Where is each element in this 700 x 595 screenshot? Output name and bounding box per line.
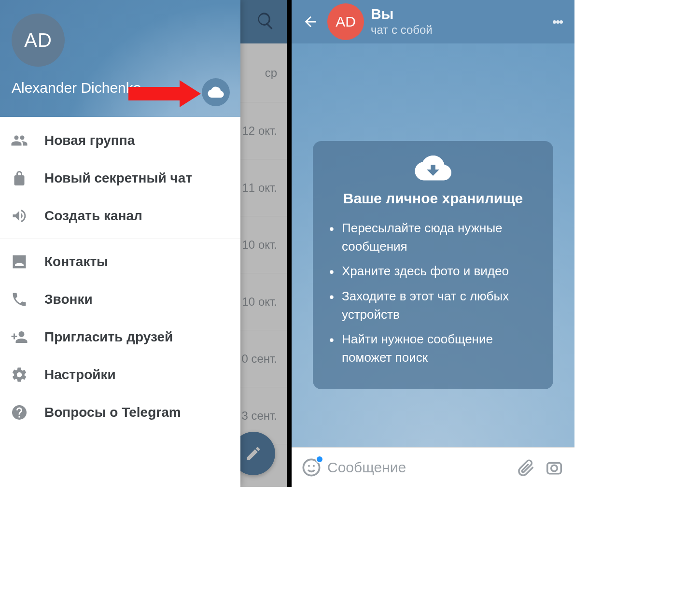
saved-messages-card: Ваше личное хранилище Пересылайте сюда н… bbox=[313, 141, 553, 389]
more-button[interactable] bbox=[546, 10, 570, 34]
whitespace bbox=[0, 487, 700, 595]
message-input[interactable] bbox=[327, 459, 511, 476]
composer bbox=[292, 447, 574, 487]
card-item: Заходите в этот чат с любых устройств bbox=[328, 287, 538, 324]
left-panel: ср of…12 окт. Te…11 окт. , I'…10 окт. 10… bbox=[0, 0, 287, 487]
menu-new-channel[interactable]: Создать канал bbox=[0, 197, 240, 235]
chat-body[interactable]: Ваше личное хранилище Пересылайте сюда н… bbox=[292, 43, 574, 447]
contact-icon bbox=[11, 253, 44, 270]
cloud-download-icon bbox=[328, 156, 538, 184]
svg-point-4 bbox=[551, 465, 558, 471]
megaphone-icon bbox=[11, 207, 44, 225]
menu-label: Звонки bbox=[44, 292, 93, 307]
card-item: Пересылайте сюда нужные сообщения bbox=[328, 219, 538, 255]
lock-icon bbox=[11, 170, 44, 187]
menu-new-group[interactable]: Новая группа bbox=[0, 122, 240, 159]
saved-messages-cloud-button[interactable] bbox=[202, 78, 230, 106]
menu-calls[interactable]: Звонки bbox=[0, 281, 240, 318]
back-button[interactable] bbox=[296, 8, 324, 36]
camera-button[interactable] bbox=[542, 455, 567, 480]
drawer-overlay[interactable] bbox=[240, 0, 287, 487]
help-icon bbox=[11, 404, 44, 421]
drawer-header: AD Alexander Dichenko bbox=[0, 0, 240, 117]
menu-faq[interactable]: Вопросы о Telegram bbox=[0, 394, 240, 431]
card-item: Найти нужное сообщение поможет поиск bbox=[328, 330, 538, 367]
card-item: Храните здесь фото и видео bbox=[328, 262, 538, 281]
annotation-arrow bbox=[128, 81, 205, 106]
card-title: Ваше личное хранилище bbox=[328, 190, 538, 207]
phone-icon bbox=[11, 291, 44, 308]
right-panel: AD Вы чат с собой Ваше личное хранилище … bbox=[292, 0, 574, 487]
drawer: AD Alexander Dichenko Новая группа Новый… bbox=[0, 0, 240, 487]
drawer-avatar[interactable]: AD bbox=[12, 14, 65, 67]
person-add-icon bbox=[11, 328, 44, 346]
chat-subtitle: чат с собой bbox=[371, 23, 433, 37]
menu-label: Настройки bbox=[44, 367, 116, 382]
menu-label: Контакты bbox=[44, 254, 108, 269]
menu-secret-chat[interactable]: Новый секретный чат bbox=[0, 159, 240, 197]
menu-invite[interactable]: Пригласить друзей bbox=[0, 318, 240, 356]
chat-avatar[interactable]: AD bbox=[327, 3, 364, 40]
attach-button[interactable] bbox=[514, 455, 539, 480]
menu-label: Пригласить друзей bbox=[44, 329, 173, 345]
menu-label: Вопросы о Telegram bbox=[44, 405, 181, 420]
card-list: Пересылайте сюда нужные сообщения Хранит… bbox=[328, 219, 538, 367]
menu-contacts[interactable]: Контакты bbox=[0, 243, 240, 281]
menu-label: Новый секретный чат bbox=[44, 170, 192, 186]
chat-title: Вы bbox=[371, 7, 433, 21]
drawer-username: Alexander Dichenko bbox=[12, 80, 141, 96]
right-header: AD Вы чат с собой bbox=[292, 0, 574, 43]
chat-title-block[interactable]: Вы чат с собой bbox=[371, 7, 433, 37]
emoji-badge-icon bbox=[316, 455, 323, 463]
panel-divider bbox=[287, 0, 292, 487]
svg-point-2 bbox=[313, 465, 315, 467]
emoji-button[interactable] bbox=[299, 455, 323, 480]
menu-divider bbox=[0, 239, 240, 239]
menu-label: Новая группа bbox=[44, 133, 135, 148]
menu-settings[interactable]: Настройки bbox=[0, 356, 240, 394]
menu-label: Создать канал bbox=[44, 208, 142, 224]
svg-point-1 bbox=[308, 465, 310, 467]
gear-icon bbox=[11, 366, 44, 383]
group-icon bbox=[11, 132, 44, 149]
dots-icon bbox=[553, 20, 556, 24]
drawer-menu: Новая группа Новый секретный чат Создать… bbox=[0, 117, 240, 487]
